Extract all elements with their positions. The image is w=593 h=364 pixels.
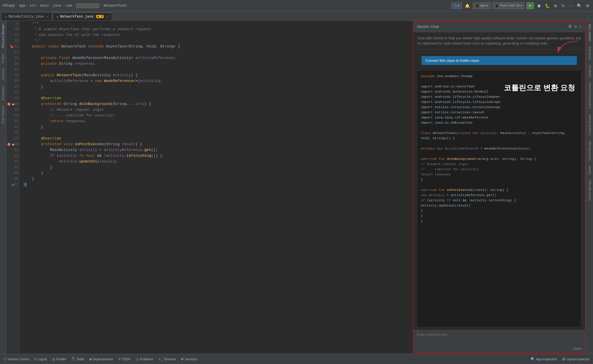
code-line-15: private final WeakReference<MainActivity… — [23, 55, 410, 61]
gutter-36: 36 — [6, 176, 20, 182]
search-input[interactable] — [76, 3, 99, 8]
terminal-icon: >_ — [159, 357, 163, 361]
gemini-prompt-button[interactable]: Convert this class to Kotlin class — [421, 56, 577, 65]
version-control-icon: ⎔ — [3, 357, 6, 361]
gemini-code-line-16: return response — [421, 172, 577, 177]
gemini-panel-title: Gemini: Chat — [417, 24, 566, 29]
app-inspection-icon: 🔍 — [531, 357, 535, 361]
gemini-code-line-15: // ... (omitted for security) — [421, 167, 577, 172]
bottom-version-control[interactable]: ⎔ Version Control — [1, 355, 31, 363]
notification-button[interactable]: 🔔 — [464, 3, 471, 9]
tab-networktask[interactable]: ☕ NetworkTask.java ▲ 3 ✕ — [53, 12, 112, 20]
gemini-header-icons: 🗑 ⚙ ✕ — [568, 24, 581, 29]
gemini-code-line-10: import java.io.IOException — [421, 120, 577, 125]
code-line-31: MainActivity activity = activityReferenc… — [23, 147, 410, 153]
gutter-10: 10 — [6, 26, 20, 32]
sidebar-item-bookmarks[interactable]: Bookmarks — [1, 83, 5, 103]
gemini-code-line-17: } — [421, 177, 577, 182]
right-tab-database[interactable]: Database — [587, 63, 592, 80]
sidebar-item-structure[interactable]: Structure — [1, 66, 5, 83]
gemini-header: Gemini: Chat 🗑 ⚙ ✕ — [413, 21, 585, 32]
breadcrumb: CHCapp › app › src › main › java › com ›… — [2, 3, 126, 8]
code-line-37: } — [23, 182, 410, 187]
gemini-code-line-2 — [421, 79, 577, 84]
settings-button[interactable]: ⚙ — [585, 3, 591, 9]
top-toolbar: CHCapp › app › src › main › java › com ›… — [0, 0, 593, 12]
bottom-logcat[interactable]: ≡ Logcat — [32, 355, 49, 363]
gemini-send-button[interactable]: Send — [573, 347, 581, 351]
sync-button[interactable]: ↻ — [560, 3, 566, 9]
bottom-problems[interactable]: ⚠ Problems — [134, 355, 156, 363]
code-line-32: if (activity != null && !activity.isFini… — [23, 153, 410, 159]
bottom-build[interactable]: 🔨 Build — [69, 355, 86, 363]
bottom-services[interactable]: ⊕ Services — [178, 355, 199, 363]
right-panel-tabs: Gemini: Chat Cloud Run Database Kubernet… — [586, 21, 593, 354]
split-editor-button[interactable]: ⋮ — [586, 15, 591, 20]
gutter-28: 28 — [6, 130, 20, 136]
gemini-code-line-9: import java.lang.ref.WeakReference — [421, 115, 577, 120]
code-editor-wrapper: 9 10 11 12 🔖13 14 15 16 17 18 19 20 21 2… — [6, 21, 413, 354]
code-line-34: } — [23, 164, 410, 170]
gutter-23: ◉23 — [6, 101, 20, 107]
right-tab-device-manager[interactable]: Device Manager — [587, 177, 592, 203]
run-button[interactable]: ▶ — [527, 2, 534, 9]
logcat-icon: ≡ — [34, 357, 36, 361]
code-line-29: @Override — [23, 136, 410, 141]
bottom-app-inspection[interactable]: 🔍 App Inspection — [528, 355, 559, 363]
app-selector[interactable]: 📱 app ▾ — [473, 2, 491, 9]
gemini-intro-text: Chat with Gemini to help you deliver hig… — [413, 32, 585, 50]
gemini-code-line-1: package com.example.chcapp — [421, 74, 577, 79]
code-line-24: // Network request logic — [23, 107, 410, 113]
bottom-layout-inspector[interactable]: ⊞ Layout Inspector — [560, 355, 592, 363]
right-tab-gemini-chat[interactable]: Gemini: Chat — [587, 22, 592, 43]
right-tab-kubernetes[interactable]: Kubernetes Explorer — [587, 80, 592, 111]
close-mainactivity[interactable]: ✕ — [47, 15, 48, 18]
code-line-21 — [23, 90, 410, 95]
gutter-22: 22 — [6, 95, 20, 101]
gutter-20: 20 — [6, 84, 20, 90]
gutter-14: 14 — [6, 49, 20, 55]
code-line-35: } — [23, 170, 410, 176]
right-tab-cloud-run[interactable]: Cloud Run — [587, 44, 592, 62]
right-tab-gradle[interactable]: Gradle — [587, 164, 592, 177]
sidebar-item-build-variants[interactable]: Build Variants — [1, 103, 5, 127]
gutter-32: 32 — [6, 153, 20, 159]
gemini-prompt-input[interactable] — [417, 333, 581, 337]
bottom-dependencies[interactable]: ◈ Dependencies — [87, 355, 115, 363]
code-line-9: /** — [23, 21, 410, 26]
gemini-code-line-22: } — [421, 208, 577, 213]
right-tab-secret-manager[interactable]: Secret Manager — [587, 138, 592, 163]
build-icon: 🔨 — [71, 357, 76, 361]
main-area: Resource Manager Project Structure Bookm… — [0, 21, 593, 354]
user-icon-button[interactable]: 👤▾ — [451, 2, 462, 9]
gutter-12: 12 — [6, 38, 20, 44]
gemini-code-line-14: // Network request logic — [421, 162, 577, 167]
gutter-37: ▶37 — [6, 182, 20, 187]
stop-button[interactable]: ⏹ — [536, 3, 542, 9]
bottom-todo[interactable]: ≡ TODO — [116, 355, 133, 363]
gemini-close-icon[interactable]: ✕ — [579, 24, 581, 29]
gutter-11: 11 — [6, 32, 20, 38]
more-button[interactable]: ⋯ — [568, 3, 574, 9]
sidebar-item-resource-manager[interactable]: Resource Manager — [1, 21, 5, 51]
code-line-13: public class NetworkTask extends AsyncTa… — [23, 44, 410, 49]
gutter-24: 24 — [6, 107, 20, 113]
gutter-13: 🔖13 — [6, 44, 20, 49]
sidebar-item-project[interactable]: Project — [1, 51, 5, 66]
right-tab-compute-engine[interactable]: Compute Engine — [587, 112, 592, 138]
gemini-delete-icon[interactable]: 🗑 — [568, 24, 572, 29]
gemini-settings-icon[interactable]: ⚙ — [574, 24, 577, 29]
profile-button[interactable]: ⊕ — [553, 3, 558, 9]
layout-inspector-icon: ⊞ — [562, 357, 565, 361]
code-line-17 — [23, 67, 410, 72]
bottom-terminal[interactable]: >_ Terminal — [156, 355, 178, 363]
close-networktask[interactable]: ✕ — [107, 15, 108, 18]
search-toolbar-button[interactable]: 🔍 — [576, 3, 583, 9]
code-line-28 — [23, 130, 410, 136]
gutter-25: 25 — [6, 113, 20, 118]
tab-mainactivity[interactable]: ☕ MainActivity.java ✕ — [1, 12, 52, 20]
bottom-profiler[interactable]: ◎ Profiler — [50, 355, 69, 363]
device-selector[interactable]: 📱 Pixel 5 API 33 ▾ — [492, 2, 525, 9]
editor-area: 9 10 11 12 🔖13 14 15 16 17 18 19 20 21 2… — [6, 21, 413, 354]
debug-button[interactable]: 🐛 — [544, 3, 551, 9]
